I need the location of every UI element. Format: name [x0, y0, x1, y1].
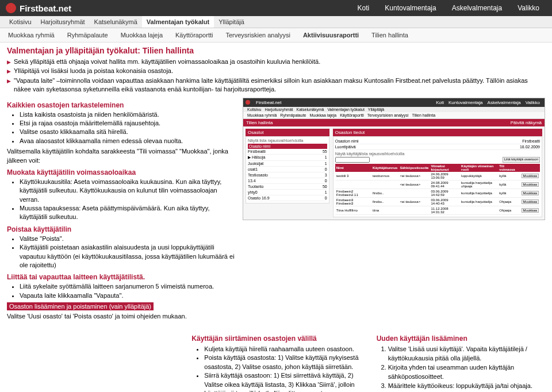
- subnav2-muokkaa-ryhmia[interactable]: Muokkaa ryhmiä: [5, 30, 58, 40]
- ss-user-table: NimiKäyttäjätunnusSähköpostiosoiteViimek…: [335, 164, 540, 215]
- ss-edit-btn[interactable]: Muokkaa: [522, 174, 539, 178]
- ss-table-row: <ei tiedossa>24.08.2009 09:41:44kuntoili…: [335, 180, 540, 189]
- ss-search-label: Näytä käyttäjälista rajausvaihtoehdoilla: [335, 152, 540, 156]
- logo: Firstbeat.net: [6, 3, 71, 13]
- ss-sub2-item: Ryhmäpalaute: [278, 113, 308, 118]
- ss-info-r: Firstbeatti: [522, 139, 540, 143]
- ss-td: kyllä: [498, 172, 520, 180]
- nav-askelvalmentaja[interactable]: Askelvalmentaja: [445, 1, 509, 16]
- nav-koti[interactable]: Koti: [351, 1, 377, 16]
- subnav2-ryhmapalaute[interactable]: Ryhmäpalaute: [64, 30, 112, 40]
- box-osaston-lisaaminen: Osaston lisääminen ja poistaminen (vain …: [7, 302, 154, 310]
- ss-edit-btn[interactable]: Muokkaa: [522, 182, 539, 187]
- list-item: Avaa alaosastot klikkaamalla nimen edess…: [20, 137, 237, 145]
- ss-table-row: Tiina Hufflfirrotiina11.12.2008 14:31:32…: [335, 206, 540, 214]
- ss-th: [520, 164, 540, 172]
- ss-tree-row[interactable]: ▶ Hälsoja1: [248, 155, 327, 161]
- list-item: Lista kaikista osastoista ja niiden henk…: [20, 110, 237, 119]
- ss-sub2-item: Muokkaa lajeja: [308, 113, 339, 118]
- ss-table-row: Firstbeein2 Firstbeein2.11firstbu..03.06…: [335, 189, 540, 197]
- subnav2-terveysriskien[interactable]: Terveysriskien analyysi: [222, 30, 293, 40]
- ss-td: Tiina Hufflfirro: [335, 206, 371, 214]
- ss-td: kuntoilija harjoittelija: [460, 197, 498, 206]
- subnav2-tilien-hallinta[interactable]: Tilien hallinta: [368, 30, 412, 40]
- ss-tree-row[interactable]: Osasto 16.90: [248, 195, 327, 201]
- header-bar: Firstbeat.net Koti Kuntovalmentaja Askel…: [0, 0, 552, 16]
- ss-sub2-item: Terveysriskien analyysi: [366, 113, 411, 118]
- ss-tree-row[interactable]: Tuotanto50: [248, 184, 327, 190]
- list-item: Kuljeta käyttäjä hiirellä raahaamalla uu…: [204, 345, 360, 353]
- ss-tree-row[interactable]: Juoksijat1: [248, 161, 327, 167]
- section-uuden: Uuden käyttäjän lisääminen: [377, 334, 545, 344]
- ss-tree-row[interactable]: Firstbeatti55: [248, 149, 327, 155]
- ss-td: <ei tiedossa>: [398, 172, 430, 180]
- ss-nav: Koti: [434, 99, 446, 106]
- ss-td: 03.06.2009 14:42:59: [430, 189, 460, 197]
- subnav1-valmentajan[interactable]: Valmentajan työkalut: [142, 16, 214, 28]
- list-item: Käyttökuukausitila: Aseta voimassaoloaik…: [20, 178, 237, 204]
- section-tarkasteleminen: Kaikkien osastojen tarkasteleminen: [7, 101, 237, 109]
- ss-table-row: testitili 3testitunnus<ei tiedossa>24.06…: [335, 172, 540, 180]
- ss-sub2-item: Käyttöraportti: [338, 113, 366, 118]
- brand-text: Firstbeat.net: [20, 3, 71, 13]
- ss-td: 03.06.2009 14:40:43: [430, 197, 460, 206]
- ss-nav: Valikko: [523, 99, 542, 106]
- ss-logo-icon: [246, 100, 250, 105]
- subnav2-aktiivisuusraportti[interactable]: Aktiivisuusraportti: [300, 30, 362, 40]
- ss-td: firstbu..: [371, 197, 398, 206]
- ss-info-r: 18.02.2009: [520, 145, 540, 149]
- ss-th: Nimi: [335, 164, 371, 172]
- ss-edit-btn[interactable]: Muokkaa: [522, 208, 539, 213]
- ss-td: tiina: [371, 206, 398, 214]
- ss-sub1-item: Katselunäkymä: [295, 107, 326, 112]
- ss-table-row: Firstbeein3 Firstbeein3firstbu..<ei tied…: [335, 197, 540, 206]
- nav-kuntovalmentaja[interactable]: Kuntovalmentaja: [378, 1, 443, 16]
- ss-sub2-item: Tilien hallinta: [410, 113, 437, 118]
- ss-td: Ohjaaja: [498, 206, 520, 214]
- ss-edit-btn[interactable]: Muokkaa: [522, 191, 539, 195]
- subnav2-muokkaa-lajeja[interactable]: Muokkaa lajeja: [117, 30, 166, 40]
- ss-tree-row[interactable]: 13.40: [248, 178, 327, 184]
- list-item: Käyttäjätili poistetaan asiakastilin ala…: [20, 243, 237, 270]
- list-item: Valitse 'Lisää uusi käyttäjä'. Vapaita k…: [388, 345, 545, 363]
- ss-td: <ei tiedossa>: [398, 197, 430, 206]
- ss-right-head: Osaston tiedot: [333, 129, 542, 136]
- intro-item: Ylläpitäjä voi lisäksi luoda ja poistaa …: [7, 67, 545, 75]
- ss-filter-label: Näytä lista rajausvaihtoehdoilla: [248, 139, 327, 143]
- subnav1-katselunakyma[interactable]: Katselunäkymä: [90, 16, 142, 28]
- subnav1-kotisivu[interactable]: Kotisivu: [5, 16, 36, 28]
- ss-nav: Askelvalmentaja: [485, 99, 523, 106]
- ss-search-input[interactable]: [335, 157, 370, 163]
- list-item: Liitä sykelaite syöttämällä laitteen sar…: [20, 282, 237, 291]
- ss-bar-right: Päivitä näkymä: [511, 120, 542, 125]
- para-after-s5: Valitse 'Uusi osasto' tai 'Poista osasto…: [7, 312, 237, 321]
- ss-edit-btn[interactable]: Muokkaa: [522, 199, 539, 204]
- section-muokata: Muokata käyttäjätilin voimassaoloaikaa: [7, 168, 237, 176]
- ss-tree-row[interactable]: yhty01: [248, 190, 327, 195]
- subnav1-yllapitaja[interactable]: Ylläpitäjä: [214, 16, 249, 28]
- ss-tree-row[interactable]: Testiosasto3: [248, 172, 327, 178]
- subnav1-harjoitusryhmat[interactable]: Harjoitusryhmät: [36, 16, 90, 28]
- ss-td: kuntoilija harjoittelija: [460, 189, 498, 197]
- list-item: Valitse "Poista".: [20, 235, 237, 243]
- subnav2-kayttoraportti[interactable]: Käyttöraportti: [172, 30, 216, 40]
- ss-filter-col: Osasto nimi: [248, 144, 327, 149]
- ss-sub2-item: Muokkaa ryhmiä: [246, 113, 278, 118]
- list-item: Kirjoita yhden tai useamman uuden käyttä…: [388, 363, 545, 382]
- ss-th: Sähköpostiosoite: [398, 164, 430, 172]
- section-siirtaminen: Käyttäjän siirtäminen osastojen välillä: [191, 334, 360, 344]
- ss-th: Käyttäjätunnus: [371, 164, 398, 172]
- ss-td: 24.06.2009 13:06:59: [430, 172, 460, 180]
- ss-info-l: Luontipäivä: [335, 145, 356, 149]
- ss-attach-btn[interactable]: Liitä käyttäjä osastoon: [503, 157, 540, 163]
- list-siirtaminen: Kuljeta käyttäjä hiirellä raahaamalla uu…: [204, 345, 360, 392]
- section-liittaa: Liittää tai vapauttaa laitteen käyttäjät…: [7, 273, 237, 281]
- ss-sub1-item: Kotisivu: [246, 107, 263, 112]
- list-item: Etsi ja rajaa osastoja määrittelemällä r…: [20, 119, 237, 128]
- embedded-screenshot: Firstbeat.net Koti Kuntovalmentaja Askel…: [243, 98, 545, 220]
- nav-valikko[interactable]: Valikko: [511, 1, 546, 16]
- ss-td: Ohjaaja: [498, 197, 520, 206]
- ss-sub1-item: Ylläpitäjä: [366, 107, 386, 112]
- ss-tree-row[interactable]: osat10: [248, 167, 327, 172]
- ss-td: loppukäyttäjä: [460, 172, 498, 180]
